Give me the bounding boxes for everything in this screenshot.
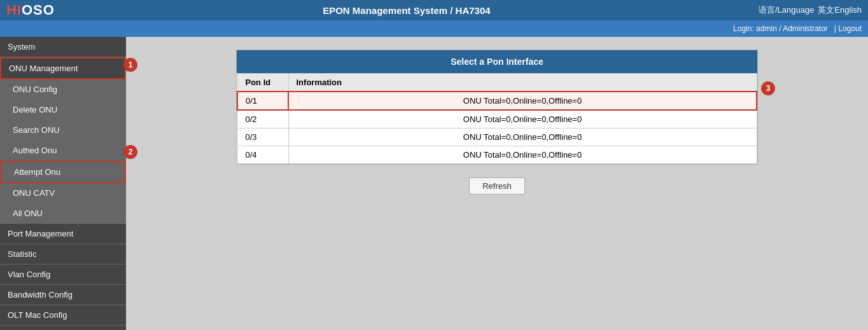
pon-id-cell: 0/1: [237, 92, 288, 110]
header-lang: 语言/Language 英文English: [759, 4, 862, 16]
content-area: Select a Pon Interface Pon Id Informatio…: [126, 37, 868, 330]
badge-2: 2: [123, 145, 137, 159]
sidebar-item-delete-onu[interactable]: Delete ONU: [0, 100, 126, 120]
badge-1: 1: [123, 58, 137, 72]
sidebar-item-onu-management[interactable]: ONU Management: [0, 57, 126, 79]
language-label: 语言/Language: [759, 4, 814, 16]
pon-id-cell: 0/4: [237, 146, 288, 164]
logo: HIOSO: [6, 2, 55, 18]
sidebar-item-onu-config[interactable]: ONU Config: [0, 79, 126, 100]
refresh-button[interactable]: Refresh: [469, 177, 525, 195]
pon-interface-container: Select a Pon Interface Pon Id Informatio…: [236, 50, 758, 165]
col-header-ponid: Pon Id: [237, 74, 288, 92]
language-value[interactable]: 英文English: [818, 4, 862, 16]
sidebar: System ONU Management ONU Config Delete …: [0, 37, 126, 330]
sidebar-item-statistic[interactable]: Statistic: [0, 244, 126, 265]
refresh-area: Refresh: [139, 177, 855, 195]
logo-text: HIOSO: [6, 2, 55, 18]
sidebar-item-port-aggregation[interactable]: Port Aggregration: [0, 326, 126, 330]
login-text: Login: admin / Administrator: [733, 24, 828, 33]
badge-3: 3: [761, 81, 775, 95]
pon-id-cell: 0/3: [237, 128, 288, 146]
table-row[interactable]: 0/1 ONU Total=0,Online=0,Offline=0: [237, 92, 757, 110]
pon-info-cell: ONU Total=0,Online=0,Offline=0: [288, 110, 757, 128]
pon-info-cell: ONU Total=0,Online=0,Offline=0: [288, 92, 757, 110]
sidebar-item-vlan-config[interactable]: Vlan Config: [0, 265, 126, 285]
pon-table: Pon Id Information 0/1 ONU Total=0,Onlin…: [237, 73, 757, 164]
table-row[interactable]: 0/2 ONU Total=0,Online=0,Offline=0: [237, 110, 757, 128]
pon-id-cell: 0/2: [237, 110, 288, 128]
pon-table-title: Select a Pon Interface: [237, 50, 757, 73]
sidebar-item-onu-catv[interactable]: ONU CATV: [0, 183, 126, 203]
sidebar-item-authed-onu[interactable]: Authed Onu: [0, 141, 126, 161]
main-layout: System ONU Management ONU Config Delete …: [0, 37, 868, 330]
header-bottom: Login: admin / Administrator | Logout: [0, 20, 868, 37]
col-header-info: Information: [288, 74, 757, 92]
logout-link[interactable]: | Logout: [834, 24, 862, 33]
sidebar-item-search-onu[interactable]: Search ONU: [0, 120, 126, 141]
sidebar-item-port-management[interactable]: Port Management: [0, 224, 126, 244]
pon-info-cell: ONU Total=0,Online=0,Offline=0: [288, 146, 757, 164]
header-top: HIOSO EPON Management System / HA7304 语言…: [0, 0, 868, 20]
sidebar-item-system[interactable]: System: [0, 37, 126, 57]
sidebar-item-all-onu[interactable]: All ONU: [0, 203, 126, 224]
pon-info-cell: ONU Total=0,Online=0,Offline=0: [288, 128, 757, 146]
sidebar-item-olt-mac-config[interactable]: OLT Mac Config: [0, 305, 126, 326]
sidebar-item-attempt-onu[interactable]: Attempt Onu: [0, 161, 126, 183]
table-row[interactable]: 0/4 ONU Total=0,Online=0,Offline=0: [237, 146, 757, 164]
header-title: EPON Management System / HA7304: [55, 5, 759, 16]
table-row[interactable]: 0/3 ONU Total=0,Online=0,Offline=0: [237, 128, 757, 146]
sidebar-item-bandwidth-config[interactable]: Bandwidth Config: [0, 285, 126, 305]
